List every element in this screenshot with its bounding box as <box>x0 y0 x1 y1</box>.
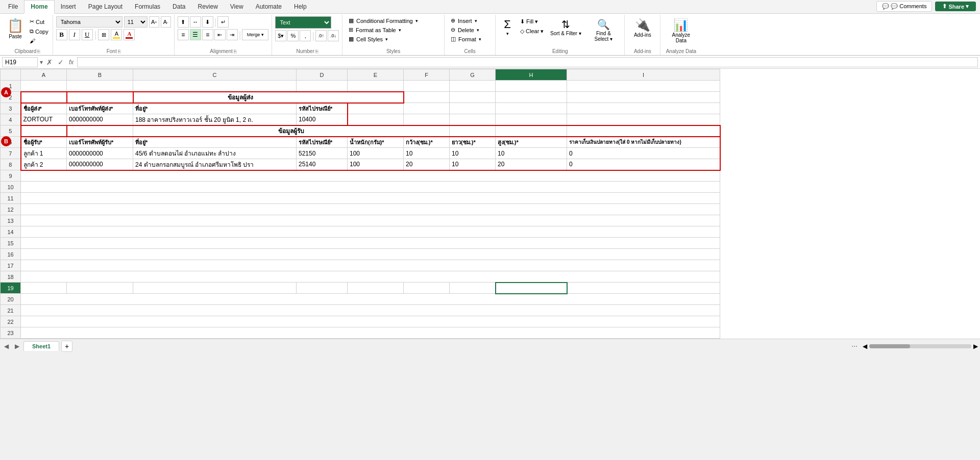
col-header-d[interactable]: D <box>297 69 348 81</box>
cell-c6[interactable]: ที่อยู่* <box>133 137 297 148</box>
cell-c8[interactable]: 24 ตำบลกรอกสมบูรณ์ อำเภอศรีมหาโพธิ ปรา <box>133 159 297 170</box>
format-as-table-button[interactable]: ⊞ Format as Table ▾ <box>346 25 441 34</box>
cell-f6[interactable]: กว้าง(ซม.)* <box>404 137 450 148</box>
cell-e4[interactable] <box>348 114 404 125</box>
cell-i5[interactable] <box>567 125 720 137</box>
increase-decimal-button[interactable]: .0↑ <box>315 30 327 41</box>
scroll-right-button[interactable]: ▶ <box>13 343 21 350</box>
underline-button[interactable]: U <box>82 29 93 40</box>
align-right-button[interactable]: ≡ <box>202 29 213 40</box>
cell-d19[interactable] <box>297 283 348 294</box>
cell[interactable] <box>21 204 720 215</box>
cell-c19[interactable] <box>133 283 297 294</box>
cell-e7[interactable]: 100 <box>348 148 404 159</box>
cell[interactable] <box>21 215 720 226</box>
cell-b19[interactable] <box>67 283 133 294</box>
cell-b7[interactable]: 0000000000 <box>67 148 133 159</box>
cell[interactable] <box>21 305 720 316</box>
cell-g2[interactable] <box>450 92 496 103</box>
cell-a19[interactable] <box>21 283 67 294</box>
cell-i4[interactable] <box>567 114 720 125</box>
cell-i19[interactable] <box>567 283 720 294</box>
cell-h5[interactable] <box>496 125 567 137</box>
cell-g1[interactable] <box>450 81 496 92</box>
tab-file[interactable]: File <box>2 1 24 13</box>
cell-e6[interactable]: น้ำหนัก(กรัม)* <box>348 137 404 148</box>
cell[interactable] <box>21 316 720 327</box>
cell-h7[interactable]: 10 <box>496 148 567 159</box>
cell-i7[interactable]: 0 <box>567 148 720 159</box>
cell-a3[interactable]: ชื่อผู้ส่ง* <box>21 103 67 114</box>
cell-styles-button[interactable]: ▩ Cell Styles ▾ <box>346 35 441 43</box>
number-format-select[interactable]: Text General Number Currency <box>275 16 331 29</box>
scroll-right-icon[interactable]: ▶ <box>973 343 978 350</box>
cell-d4[interactable]: 10400 <box>297 114 348 125</box>
cell-g6[interactable]: ยาว(ซม.)* <box>450 137 496 148</box>
align-middle-button[interactable]: ↔ <box>190 16 201 28</box>
format-button[interactable]: ◫ Format ▾ <box>448 35 492 43</box>
sheet-options-button[interactable]: ⋯ <box>848 343 861 350</box>
italic-button[interactable]: I <box>69 29 80 40</box>
cell-e1[interactable] <box>348 81 404 92</box>
cell-h3[interactable] <box>496 103 567 114</box>
cell-b6[interactable]: เบอร์โทรศัพท์ผู้รับ* <box>67 137 133 148</box>
cell-g7[interactable]: 10 <box>450 148 496 159</box>
border-button[interactable]: ⊞ <box>98 29 109 40</box>
cell-e2[interactable] <box>348 92 404 103</box>
confirm-formula-button[interactable]: ✓ <box>56 58 65 66</box>
conditional-formatting-button[interactable]: ▦ Conditional Formatting ▾ <box>346 16 441 25</box>
font-color-button[interactable]: A <box>124 29 135 40</box>
cell[interactable] <box>21 294 720 305</box>
scroll-left-icon[interactable]: ◀ <box>863 343 867 350</box>
cell[interactable] <box>21 193 720 204</box>
cell-c3[interactable]: ที่อยู่* <box>133 103 297 114</box>
cell-i6[interactable]: ราคาเก็บเงินปลายทาง(ใส่ 0 หากไม่มีเก็บปล… <box>567 137 720 148</box>
tab-data[interactable]: Data <box>166 1 191 13</box>
comments-button[interactable]: 💬 💬 Comments <box>876 1 932 12</box>
cell[interactable] <box>21 226 720 238</box>
cell[interactable] <box>21 260 720 271</box>
tab-view[interactable]: View <box>224 1 250 13</box>
decrease-indent-button[interactable]: ⇤ <box>214 29 226 40</box>
increase-font-button[interactable]: A+ <box>149 16 159 28</box>
cell-f1[interactable] <box>404 81 450 92</box>
cell-e8[interactable]: 100 <box>348 159 404 170</box>
scroll-bar-area[interactable]: ◀ ▶ <box>863 343 978 350</box>
horizontal-scrollbar[interactable] <box>869 344 971 348</box>
cell-f4[interactable] <box>404 114 450 125</box>
comma-button[interactable]: , <box>300 30 311 41</box>
cell-h4[interactable] <box>496 114 567 125</box>
cell-g3[interactable] <box>450 103 496 114</box>
tab-home[interactable]: Home <box>24 0 54 14</box>
cell-reference-input[interactable]: H19 <box>2 57 38 67</box>
cell[interactable] <box>21 249 720 260</box>
cell-b2[interactable] <box>67 92 133 103</box>
tab-review[interactable]: Review <box>191 1 224 13</box>
cell-g8[interactable]: 10 <box>450 159 496 170</box>
merge-center-button[interactable]: Merge ▾ <box>242 29 268 40</box>
cell-a4[interactable]: ZORTOUT <box>21 114 67 125</box>
cell-g5[interactable] <box>450 125 496 137</box>
tab-page-layout[interactable]: Page Layout <box>82 1 129 13</box>
cell-c4[interactable]: 188 อาคารสปริงทาวเวอร์ ชั้น 20 ยูนิต 1, … <box>133 114 297 125</box>
cell-h2[interactable] <box>496 92 567 103</box>
col-header-f[interactable]: F <box>404 69 450 81</box>
align-bottom-button[interactable]: ⬇ <box>202 16 213 28</box>
insert-button[interactable]: ⊕ Insert ▾ <box>448 16 492 25</box>
function-button[interactable]: fx <box>67 59 75 66</box>
cell-c1[interactable] <box>133 81 297 92</box>
cell-a5[interactable] <box>21 125 67 137</box>
copy-button[interactable]: ⧉ Copy <box>28 27 51 36</box>
cell-e19[interactable] <box>348 283 404 294</box>
percent-button[interactable]: % <box>287 30 299 41</box>
cell-f8[interactable]: 20 <box>404 159 450 170</box>
align-top-button[interactable]: ⬆ <box>178 16 189 28</box>
find-select-button[interactable]: 🔍 Find &Select ▾ <box>585 17 621 43</box>
sort-filter-button[interactable]: ⇅ Sort & Filter ▾ <box>548 17 583 37</box>
wrap-text-button[interactable]: ↵ <box>217 16 229 28</box>
cell-a1[interactable] <box>21 81 67 92</box>
align-center-button[interactable]: ☰ <box>190 29 201 40</box>
align-left-button[interactable]: ≡ <box>178 29 189 40</box>
col-header-g[interactable]: G <box>450 69 496 81</box>
cell-a7[interactable]: ลูกค้า 1 <box>21 148 67 159</box>
